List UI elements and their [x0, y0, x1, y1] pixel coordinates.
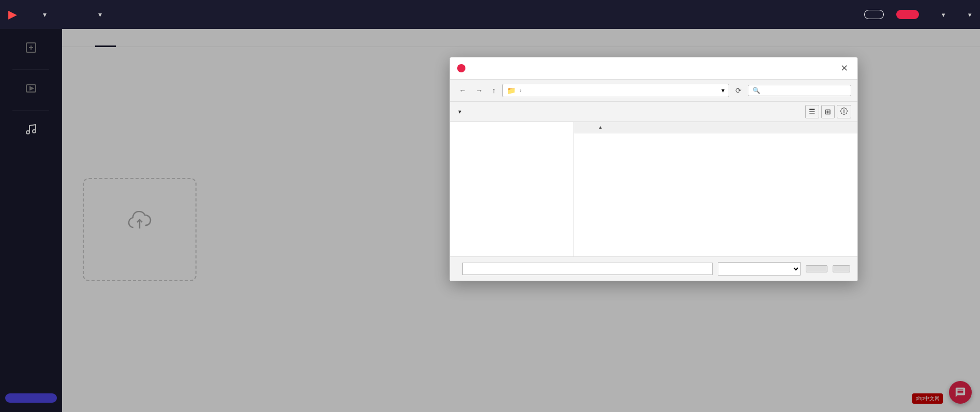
new-project-button[interactable] [864, 10, 884, 19]
dialog-title-icon [457, 64, 465, 72]
nav-what-you-can-do[interactable]: ▾ [41, 10, 47, 19]
top-nav: ▶ ▾ ▾ ▾ ▾ [0, 0, 980, 29]
open-button[interactable] [806, 265, 827, 272]
search-input[interactable] [763, 87, 836, 94]
dialog-folder-tree [450, 122, 574, 256]
organize-bar: ▾ ☰ ⊞ ⓘ [450, 102, 857, 122]
details-view-button[interactable]: ⓘ [837, 105, 851, 118]
cancel-button[interactable] [833, 265, 850, 272]
search-icon: 🔍 [752, 87, 760, 94]
file-upload-dialog: ✕ ← → ↑ 📁 › ▾ ⟳ 🔍 ▾ ☰ ⊞ ⓘ [449, 57, 858, 281]
breadcrumb-bar: 📁 › ▾ [502, 84, 729, 97]
view-buttons: ☰ ⊞ ⓘ [805, 105, 851, 118]
filetype-select[interactable] [718, 262, 801, 276]
file-list-header: ▴ [574, 122, 857, 133]
logo-icon: ▶ [8, 8, 17, 21]
dialog-toolbar: ← → ↑ 📁 › ▾ ⟳ 🔍 [450, 80, 857, 102]
up-button[interactable]: ↑ [489, 84, 499, 97]
user-account[interactable]: ▾ [966, 11, 972, 19]
forward-button[interactable]: → [473, 84, 486, 97]
search-bar: 🔍 [748, 85, 851, 96]
logo: ▶ [8, 8, 20, 21]
filename-input[interactable] [462, 263, 713, 275]
back-button[interactable]: ← [456, 84, 470, 97]
nav-resources[interactable]: ▾ [96, 10, 102, 19]
refresh-button[interactable]: ⟳ [732, 84, 745, 97]
dialog-close-button[interactable]: ✕ [838, 63, 850, 74]
dialog-footer [450, 256, 857, 281]
dialog-body: ▴ [450, 122, 857, 256]
dialog-title-bar: ✕ [450, 57, 857, 80]
my-videos-link[interactable]: ▾ [940, 11, 945, 19]
claim-now-button[interactable] [896, 10, 919, 19]
col-name-header[interactable]: ▴ [595, 124, 673, 131]
breadcrumb-folder-icon: 📁 [507, 86, 516, 95]
list-view-button[interactable]: ☰ [805, 105, 819, 118]
column-view-button[interactable]: ⊞ [821, 105, 835, 118]
file-list-area: ▴ [574, 122, 857, 256]
organize-button[interactable]: ▾ [456, 108, 461, 115]
